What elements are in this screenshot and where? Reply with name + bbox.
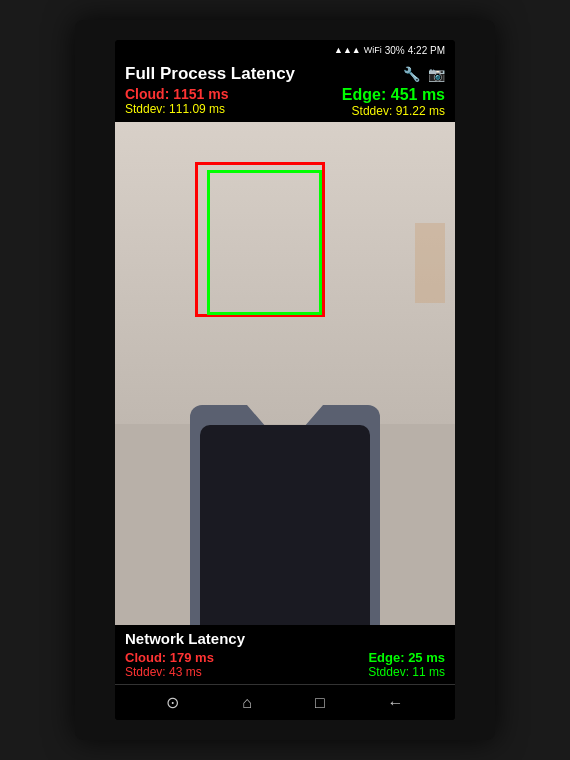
camera-view: [115, 122, 455, 625]
cloud-latency-section: Cloud: 1151 ms Stddev: 111.09 ms: [125, 86, 229, 116]
nav-bar: ⊙ ⌂ □ ←: [115, 684, 455, 720]
camera-icon[interactable]: 📷: [428, 66, 445, 82]
net-cloud-section: Cloud: 179 ms Stddev: 43 ms: [125, 650, 214, 679]
net-cloud-latency-value: Cloud: 179 ms: [125, 650, 214, 665]
edge-latency-section: Edge: 451 ms Stddev: 91.22 ms: [342, 86, 445, 118]
net-cloud-stddev-value: Stddev: 43 ms: [125, 665, 214, 679]
status-bar-icons: ▲▲▲ WiFi 30% 4:22 PM: [334, 45, 445, 56]
cloud-stddev-value: Stddev: 111.09 ms: [125, 102, 229, 116]
edge-bounding-box: [207, 170, 322, 315]
bg-fixture: [415, 223, 445, 303]
process-latency-row: Cloud: 1151 ms Stddev: 111.09 ms Edge: 4…: [125, 86, 445, 118]
monitor-frame: ▲▲▲ WiFi 30% 4:22 PM Full Process Latenc…: [75, 20, 495, 740]
battery-text: 30%: [385, 45, 405, 56]
time-text: 4:22 PM: [408, 45, 445, 56]
phone-screen: ▲▲▲ WiFi 30% 4:22 PM Full Process Latenc…: [115, 40, 455, 720]
network-latency-title: Network Latency: [125, 630, 445, 647]
cloud-latency-value: Cloud: 1151 ms: [125, 86, 229, 102]
nav-square-icon[interactable]: □: [315, 694, 325, 712]
bottom-info-panel: Network Latency Cloud: 179 ms Stddev: 43…: [115, 625, 455, 684]
page-title: Full Process Latency: [125, 64, 295, 84]
wrench-icon[interactable]: 🔧: [403, 66, 420, 82]
network-latency-row: Cloud: 179 ms Stddev: 43 ms Edge: 25 ms …: [125, 650, 445, 679]
net-edge-section: Edge: 25 ms Stddev: 11 ms: [368, 650, 445, 679]
status-bar: ▲▲▲ WiFi 30% 4:22 PM: [115, 40, 455, 60]
net-edge-stddev-value: Stddev: 11 ms: [368, 665, 445, 679]
net-edge-latency-value: Edge: 25 ms: [368, 650, 445, 665]
person-shirt: [200, 425, 370, 625]
nav-home-icon[interactable]: ⊙: [166, 693, 179, 712]
title-row: Full Process Latency 🔧 📷: [125, 64, 445, 84]
wifi-icon: WiFi: [364, 45, 382, 55]
signal-icon: ▲▲▲: [334, 45, 361, 55]
title-icons: 🔧 📷: [403, 66, 445, 82]
edge-stddev-value: Stddev: 91.22 ms: [342, 104, 445, 118]
edge-latency-value: Edge: 451 ms: [342, 86, 445, 104]
app-content: Full Process Latency 🔧 📷 Cloud: 1151 ms …: [115, 60, 455, 720]
nav-back-icon[interactable]: ⌂: [242, 694, 252, 712]
photo-background: [115, 122, 455, 625]
top-info-panel: Full Process Latency 🔧 📷 Cloud: 1151 ms …: [115, 60, 455, 122]
nav-arrow-icon[interactable]: ←: [388, 694, 404, 712]
